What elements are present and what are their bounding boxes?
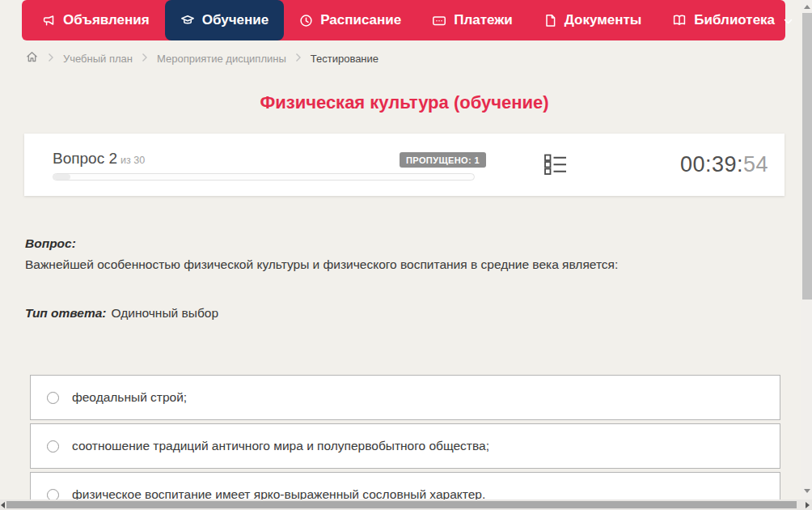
nav-item-learning[interactable]: Обучение (165, 0, 284, 40)
horizontal-scrollbar[interactable] (0, 499, 812, 510)
radio-button[interactable] (47, 392, 59, 404)
question-number: Вопрос 2из 30 (53, 150, 145, 168)
document-icon (543, 14, 557, 28)
breadcrumb-separator-icon (142, 53, 148, 65)
scroll-down-arrow-icon[interactable] (804, 489, 810, 493)
radio-button[interactable] (47, 440, 59, 453)
nav-item-announcements[interactable]: Объявления (27, 0, 165, 40)
horizontal-scrollbar-thumb[interactable] (6, 501, 797, 508)
scroll-left-arrow-icon[interactable] (1, 502, 5, 508)
nav-item-library[interactable]: Библиотека (657, 0, 808, 40)
question-list-button[interactable] (543, 152, 568, 180)
main-nav: Объявления Обучение Расписание (22, 0, 785, 40)
clock-icon (299, 14, 313, 28)
answer-type: Тип ответа:Одиночный выбор (25, 306, 218, 321)
nav-item-label: Библиотека (694, 12, 775, 28)
answer-type-label: Тип ответа: (25, 306, 107, 320)
scroll-up-arrow-icon[interactable] (804, 5, 810, 9)
nav-item-label: Объявления (63, 12, 150, 28)
question-header-card: Вопрос 2из 30 ПРОПУЩЕНО: 1 00:39:54 (24, 134, 785, 196)
nav-item-label: Расписание (320, 12, 401, 28)
nav-item-label: Платежи (454, 12, 513, 28)
wallet-icon (432, 14, 446, 28)
breadcrumb-separator-icon (48, 53, 54, 65)
answer-options: феодальный строй; соотношение традиций а… (30, 375, 780, 510)
timer: 00:39:54 (680, 152, 768, 177)
answer-option-label: феодальный строй; (72, 390, 187, 405)
vertical-scrollbar[interactable] (801, 0, 812, 499)
nav-item-payments[interactable]: Платежи (417, 0, 528, 40)
nav-item-label: Документы (565, 12, 642, 28)
nav-item-schedule[interactable]: Расписание (284, 0, 417, 40)
timer-main: 00:39: (680, 152, 743, 176)
book-icon (672, 14, 687, 28)
home-icon[interactable] (25, 50, 39, 66)
chevron-down-icon (784, 19, 793, 25)
progress-fill (53, 174, 70, 180)
nav-item-documents[interactable]: Документы (528, 0, 658, 40)
answer-type-value: Одиночный выбор (112, 306, 219, 320)
megaphone-icon (42, 14, 56, 28)
question-total: из 30 (121, 155, 145, 166)
breadcrumb-item-study-plan[interactable]: Учебный план (63, 53, 133, 65)
breadcrumb-item-discipline-event[interactable]: Мероприятие дисциплины (157, 53, 286, 65)
question-list-icon (543, 165, 568, 179)
answer-option-1[interactable]: феодальный строй; (30, 375, 780, 420)
skipped-badge: ПРОПУЩЕНО: 1 (400, 152, 486, 168)
question-text: Важнейшей особенностью физической культу… (25, 257, 753, 272)
question-caption: Вопрос: (25, 236, 76, 251)
answer-option-2[interactable]: соотношение традиций античного мира и по… (30, 423, 780, 469)
nav-item-label: Обучение (202, 12, 269, 28)
graduation-cap-icon (180, 14, 195, 28)
page-title: Физическая культура (обучение) (0, 92, 809, 113)
breadcrumb-item-testing: Тестирование (311, 53, 379, 65)
progress-bar (53, 173, 475, 181)
scroll-right-arrow-icon[interactable] (806, 502, 810, 508)
answer-option-label: соотношение традиций античного мира и по… (72, 439, 489, 453)
vertical-scrollbar-thumb[interactable] (802, 13, 812, 300)
breadcrumb-separator-icon (295, 53, 302, 65)
timer-seconds: 54 (743, 152, 768, 176)
breadcrumb: Учебный план Мероприятие дисциплины Тест… (25, 50, 379, 66)
